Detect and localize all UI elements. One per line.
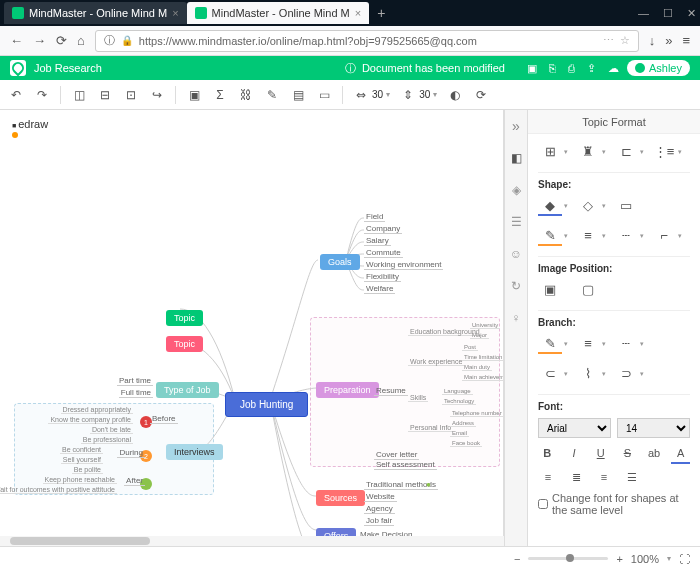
leaf[interactable]: Sell yourself <box>61 456 103 464</box>
list-icon[interactable]: ☰ <box>508 214 524 230</box>
leaf[interactable]: Wait for outcomes with positive attitude <box>0 486 117 494</box>
layout-icon[interactable]: ⊞ <box>538 142 562 160</box>
leaf[interactable]: Address <box>450 420 476 427</box>
url-input[interactable]: ⓘ 🔒 https://www.mindmaster.io/online/map… <box>95 30 639 52</box>
zoom-dropdown-icon[interactable]: ▾ <box>667 554 671 563</box>
leaf[interactable]: Know the company profile <box>48 416 133 424</box>
node-type[interactable]: Type of Job <box>156 382 219 398</box>
undo-icon[interactable]: ↶ <box>8 87 24 103</box>
user-badge[interactable]: Ashley <box>627 60 690 76</box>
leaf[interactable]: Cover letter <box>374 450 419 460</box>
leaf[interactable]: Company <box>364 224 402 234</box>
bullet-icon[interactable]: ⋮≡ <box>652 142 676 160</box>
align-justify-icon[interactable]: ☰ <box>622 468 642 486</box>
node-topic[interactable]: Topic <box>166 310 203 326</box>
group-title[interactable]: After <box>124 476 145 486</box>
refresh-icon[interactable]: ⟳ <box>473 87 489 103</box>
browser-tab-active[interactable]: MindMaster - Online Mind M × <box>187 2 370 24</box>
leaf[interactable]: Face book <box>450 440 482 447</box>
tag-icon[interactable]: ◫ <box>71 87 87 103</box>
leaf[interactable]: Language <box>442 388 473 395</box>
close-icon[interactable]: × <box>355 7 361 19</box>
italic-button[interactable]: I <box>565 444 584 462</box>
close-icon[interactable]: × <box>172 7 178 19</box>
leaf[interactable]: Agency <box>364 504 395 514</box>
sidebar-icon[interactable]: » <box>665 33 672 48</box>
case-button[interactable]: ab <box>645 444 664 462</box>
leaf[interactable]: Field <box>364 212 385 222</box>
menu-icon[interactable]: ≡ <box>682 33 690 48</box>
shape-outline-icon[interactable]: ◇ <box>576 196 600 214</box>
leaf[interactable]: Salary <box>364 236 391 246</box>
format-icon[interactable]: ◧ <box>508 150 524 166</box>
palette-icon[interactable]: ◈ <box>508 182 524 198</box>
fullscreen-icon[interactable]: ⛶ <box>679 553 690 565</box>
back-icon[interactable]: ← <box>10 33 23 48</box>
leaf[interactable]: Time limitation <box>462 354 504 361</box>
leaf[interactable]: Dressed appropriately <box>61 406 133 414</box>
node-goals[interactable]: Goals <box>320 254 360 270</box>
structure-icon[interactable]: ♜ <box>576 142 600 160</box>
zoom-out-icon[interactable]: − <box>514 553 520 565</box>
leaf[interactable]: Major <box>470 332 489 339</box>
leaf[interactable]: Website <box>364 492 397 502</box>
redo-icon[interactable]: ↷ <box>34 87 50 103</box>
align-left-icon[interactable]: ≡ <box>538 468 558 486</box>
leaf[interactable]: Keep phone reachable <box>43 476 117 484</box>
leaf[interactable]: Full time <box>119 388 153 398</box>
bookmark-icon[interactable]: ☆ <box>620 34 630 47</box>
leaf[interactable]: Main duty <box>462 364 492 371</box>
h-spacing[interactable]: ⇔30▾ <box>353 87 390 103</box>
arrow-end-icon[interactable]: ⊃ <box>614 364 638 382</box>
image-icon[interactable]: ▣ <box>186 87 202 103</box>
callout-icon[interactable]: ⊡ <box>123 87 139 103</box>
clipart-icon[interactable]: ☺ <box>508 246 524 262</box>
branch-dash-icon[interactable]: ┄ <box>614 334 638 352</box>
export-icon[interactable]: ⎘ <box>549 62 556 75</box>
same-level-checkbox[interactable]: Change font for shapes at the same level <box>538 492 690 516</box>
border-dash-icon[interactable]: ┄ <box>614 226 638 244</box>
formula-icon[interactable]: Σ <box>212 87 228 103</box>
font-family-select[interactable]: Arial <box>538 418 611 438</box>
strike-button[interactable]: S <box>618 444 637 462</box>
border-corner-icon[interactable]: ⌐ <box>652 226 676 244</box>
share-icon[interactable]: ⇪ <box>587 62 596 75</box>
extension-icon[interactable]: ↓ <box>649 33 656 48</box>
underline-button[interactable]: U <box>591 444 610 462</box>
node-interviews[interactable]: Interviews <box>166 444 223 460</box>
leaf[interactable]: Technology <box>442 398 476 405</box>
relationship-icon[interactable]: ↪ <box>149 87 165 103</box>
close-window-icon[interactable]: ✕ <box>687 7 696 20</box>
cloud-icon[interactable]: ☁ <box>608 62 619 75</box>
edit-icon[interactable]: ✎ <box>264 87 280 103</box>
leaf[interactable]: Post <box>462 344 478 351</box>
node-sources[interactable]: Sources <box>316 490 365 506</box>
note-icon[interactable]: ▤ <box>290 87 306 103</box>
group-title[interactable]: Skills <box>408 394 428 402</box>
branch-weight-icon[interactable]: ≡ <box>576 334 600 352</box>
group-title[interactable]: Work experience <box>408 358 464 366</box>
home-icon[interactable]: ⌂ <box>77 33 85 48</box>
shape-clear-icon[interactable]: ▭ <box>614 196 638 214</box>
font-color-button[interactable]: A <box>671 444 690 462</box>
print-icon[interactable]: ⎙ <box>568 62 575 75</box>
leaf[interactable]: Telephone number <box>450 410 504 417</box>
align-center-icon[interactable]: ≣ <box>566 468 586 486</box>
link-icon[interactable]: ⛓ <box>238 87 254 103</box>
save-icon[interactable]: ▣ <box>527 62 537 75</box>
leaf[interactable]: Part time <box>117 376 153 386</box>
group-icon[interactable]: ⊟ <box>97 87 113 103</box>
image-right-icon[interactable]: ▢ <box>576 280 600 298</box>
comment-icon[interactable]: ▭ <box>316 87 332 103</box>
fill-icon[interactable]: ◆ <box>538 196 562 214</box>
forward-icon[interactable]: → <box>33 33 46 48</box>
branch-color-icon[interactable]: ✎ <box>538 334 562 352</box>
arrow-start-icon[interactable]: ⊂ <box>538 364 562 382</box>
branch-style-icon[interactable]: ⌇ <box>576 364 600 382</box>
leaf[interactable]: Be polite <box>72 466 103 474</box>
horizontal-scrollbar[interactable] <box>0 536 504 546</box>
leaf[interactable]: Email <box>450 430 469 437</box>
more-icon[interactable]: ⋯ <box>603 34 614 47</box>
font-size-select[interactable]: 14 <box>617 418 690 438</box>
leaf[interactable]: Working environment <box>364 260 443 270</box>
